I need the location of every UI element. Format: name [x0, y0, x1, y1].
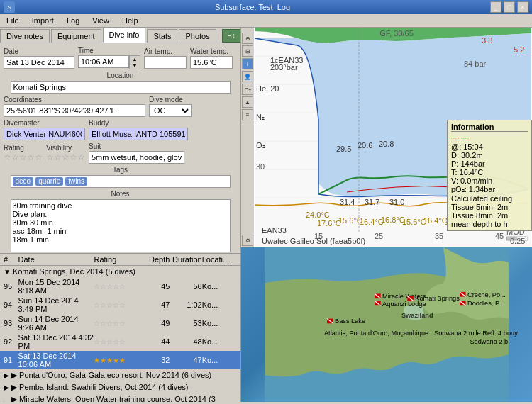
col-header-date: Date	[18, 255, 94, 264]
list-item[interactable]: 93 Sun 14 Dec 2014 9:26 AM ☆☆☆☆☆ 49 53 K…	[0, 314, 240, 332]
watertemp-input[interactable]	[190, 56, 233, 69]
v-value: 0.0m/min	[460, 176, 492, 185]
svg-text:EAN33: EAN33	[262, 226, 287, 235]
watertemp-label: Water temp.	[190, 47, 233, 55]
close-button[interactable]: ×	[517, 1, 528, 13]
col-header-location: Locati...	[202, 255, 237, 264]
minimize-button[interactable]: _	[490, 1, 501, 13]
d-label: D:	[451, 151, 459, 159]
divemaster-input[interactable]	[4, 128, 85, 140]
item-depth: 47	[143, 301, 170, 309]
time-spinner[interactable]: ▲ ▼	[129, 55, 140, 69]
item-num: 95	[4, 282, 18, 291]
visibility-label: Visibility	[46, 144, 85, 152]
svg-text:Uwatec Galileo Sol (faea5b0f): Uwatec Galileo Sol (faea5b0f)	[262, 237, 365, 245]
compass-icon[interactable]: ⊕	[242, 33, 253, 44]
item-depth: 32	[143, 356, 170, 364]
tab-dive-info[interactable]: Dive info	[103, 28, 146, 43]
info-icon[interactable]: i	[242, 58, 253, 69]
svg-text:Bass Lake: Bass Lake	[335, 318, 365, 325]
coordinates-label: Coordinates	[4, 96, 145, 103]
buddy-input[interactable]	[89, 128, 188, 140]
dive-list: # Date Rating Depth Duration Locati... ▼…	[0, 253, 240, 402]
ceiling-label: Calculated ceiling	[451, 194, 528, 203]
rating-stars[interactable]: ☆☆☆☆☆	[4, 152, 43, 162]
svg-text:3.8: 3.8	[482, 36, 492, 45]
svg-text:31.7: 31.7	[365, 198, 379, 206]
item-date: Sat 13 Dec 2014 4:32 PM	[18, 333, 94, 350]
scale-icon[interactable]: ≡	[242, 109, 253, 120]
graph-content: GF, 30/65 1cEAN33 203°bar EAN33 He, 20 N…	[254, 28, 532, 247]
dive-graph: ⊕ ⊞ i 👤 O₂ ▲ ≡ ⚙	[241, 28, 532, 247]
item-location: Ko...	[202, 337, 237, 346]
menu-view[interactable]: View	[89, 16, 112, 26]
p-label: P:	[451, 159, 458, 168]
map-area[interactable]: Miracle Waters Aquanzi Lodge Komati Spri…	[241, 247, 532, 402]
location-label: Location	[107, 72, 134, 79]
tags-container[interactable]: deco quarrie twins	[11, 175, 231, 188]
spin-down-icon[interactable]: ▼	[130, 62, 140, 69]
list-item[interactable]: 95 Mon 15 Dec 2014 8:18 AM ☆☆☆☆☆ 45 56 K…	[0, 277, 240, 296]
item-location: Ko...	[202, 301, 237, 309]
date-label: Date	[4, 47, 74, 55]
item-location: Ko...	[202, 356, 237, 364]
p-value: 144bar	[460, 159, 484, 168]
group-miracle[interactable]: ▶ ▶ Miracle Waters, Open Water training …	[0, 393, 240, 402]
svg-text:Sodwana 2 b: Sodwana 2 b	[470, 338, 508, 345]
divemode-select[interactable]: OC CCR pSCR SCUBA	[149, 104, 192, 117]
group-ponta[interactable]: ▶ ▶ Ponta d'Ouro, Gala-Gala eco resort, …	[0, 369, 240, 381]
location-input[interactable]	[11, 81, 231, 94]
item-depth: 44	[143, 337, 170, 346]
app-icon: S	[4, 1, 15, 13]
spin-up-icon[interactable]: ▲	[130, 56, 140, 62]
expand-icon: ▶	[4, 371, 9, 379]
visibility-stars[interactable]: ☆☆☆☆☆	[46, 152, 85, 162]
coordinates-input[interactable]	[4, 104, 145, 117]
item-depth: 49	[143, 319, 170, 327]
group-label: ▶ Miracle Waters, Open Water training co…	[11, 395, 237, 402]
info-box: Information — — @:15:04 D:30.2m P:144bar…	[447, 120, 532, 231]
o2-icon[interactable]: O₂	[242, 84, 253, 95]
svg-text:31.4: 31.4	[340, 198, 355, 206]
menubar: File Import Log View Help	[0, 14, 532, 28]
list-item[interactable]: 94 Sun 14 Dec 2014 3:49 PM ☆☆☆☆☆ 47 1:02…	[0, 296, 240, 314]
group-pemba[interactable]: ▶ ▶ Pemba Island: Swahili Divers, Oct 20…	[0, 381, 240, 393]
divemode-label: Dive mode	[149, 96, 192, 103]
svg-text:Atlantis, Ponta d'Ouro, Moçamb: Atlantis, Ponta d'Ouro, Moçambique	[324, 330, 428, 337]
notes-textarea[interactable]: 30m training dive Dive plan: 30m 30 min …	[11, 199, 231, 252]
time-input[interactable]	[78, 55, 129, 68]
group-header-komati[interactable]: ▼ Komati Springs, Dec 2014 (5 dives)	[0, 266, 240, 277]
tab-equipment[interactable]: Equipment	[51, 29, 101, 43]
person-icon[interactable]: 👤	[242, 71, 253, 82]
zoom-icon[interactable]: ⊞	[242, 45, 253, 57]
list-item[interactable]: 92 Sat 13 Dec 2014 4:32 PM ☆☆☆☆☆ 44 48 K…	[0, 332, 240, 351]
settings-icon[interactable]: ⚙	[242, 235, 253, 246]
menu-help[interactable]: Help	[119, 16, 141, 26]
svg-text:24.0°C: 24.0°C	[306, 211, 330, 219]
airtemp-input[interactable]	[144, 56, 187, 69]
window-title: Subsurface: Test_Log	[15, 3, 490, 11]
suit-input[interactable]	[89, 151, 184, 164]
svg-text:16.4°C: 16.4°C	[423, 216, 448, 225]
tab-stats[interactable]: Stats	[147, 29, 177, 43]
tag-deco[interactable]: deco	[13, 177, 34, 186]
menu-log[interactable]: Log	[64, 16, 82, 26]
depth-icon[interactable]: ▲	[242, 96, 253, 108]
tag-quarrie[interactable]: quarrie	[35, 177, 63, 186]
tab-photos[interactable]: Photos	[179, 29, 216, 43]
d-value: 30.2m	[461, 151, 483, 159]
item-duration: 1:02	[170, 301, 201, 309]
at-label: @:	[451, 142, 461, 151]
maximize-button[interactable]: □	[504, 1, 515, 13]
tab-extra[interactable]: E↕	[222, 29, 240, 43]
date-input[interactable]	[4, 56, 74, 69]
list-item-selected[interactable]: 91 Sat 13 Dec 2014 10:06 AM ★★★★★ 32 47 …	[0, 351, 240, 369]
menu-file[interactable]: File	[4, 16, 22, 26]
tissue5-label: Tissue 5min: 2m	[451, 203, 528, 211]
svg-text:Swaziland: Swaziland	[401, 312, 433, 319]
svg-text:25: 25	[375, 232, 383, 240]
menu-import[interactable]: Import	[29, 16, 57, 26]
tab-dive-notes[interactable]: Dive notes	[0, 29, 50, 43]
col-header-duration: Duration	[170, 255, 201, 264]
tag-twins[interactable]: twins	[65, 177, 87, 186]
